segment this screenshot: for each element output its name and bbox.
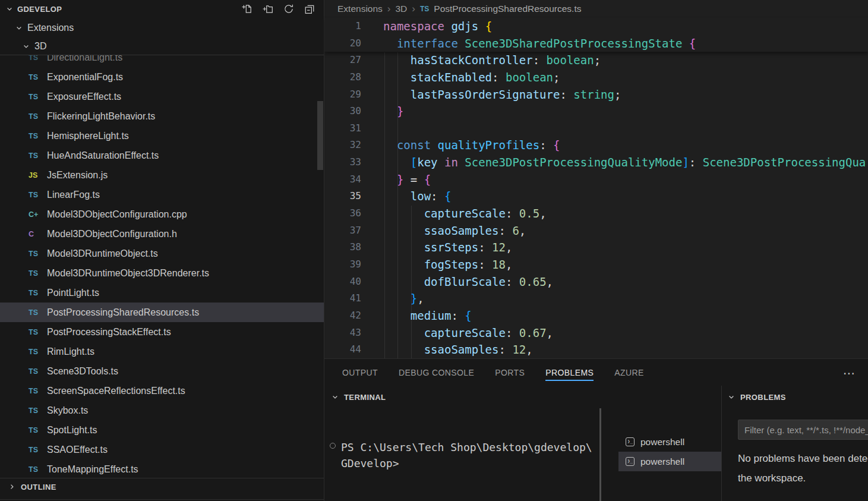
file-row[interactable]: TSSpotLight.ts <box>0 420 324 440</box>
code-text: captureScale: 0.5, <box>383 205 547 222</box>
terminal-tab-label: powershell <box>640 437 684 448</box>
line-number: 31 <box>324 120 361 137</box>
new-file-button[interactable] <box>241 3 253 15</box>
breadcrumb-item-extensions[interactable]: Extensions <box>337 4 383 14</box>
bottom-panel: OUTPUTDEBUG CONSOLEPORTSPROBLEMSAZURE TE… <box>324 358 868 501</box>
file-name: Scene3DTools.ts <box>47 366 118 377</box>
file-name: ScreenSpaceReflectionsEffect.ts <box>47 386 185 396</box>
file-row[interactable]: TSModel3DRuntimeObject.ts <box>0 244 324 263</box>
terminal-tab[interactable]: powershell <box>618 452 721 471</box>
code-line: 37 ssaoSamples: 6, <box>324 222 868 240</box>
file-row[interactable]: JSJsExtension.js <box>0 165 324 185</box>
ts-file-icon: TS <box>29 407 42 415</box>
line-number: 42 <box>324 307 361 324</box>
terminal-scrollbar[interactable] <box>599 408 601 501</box>
file-row[interactable]: CModel3DObjectConfiguration.h <box>0 224 324 244</box>
file-name: Skybox.ts <box>47 405 88 416</box>
code-editor[interactable]: Extensions 3D TS PostProcessingSharedRes… <box>324 0 868 358</box>
code-line: 29 lastPassOrderSignature: string; <box>324 86 868 103</box>
breadcrumb[interactable]: Extensions 3D TS PostProcessingSharedRes… <box>324 0 868 18</box>
line-number: 20 <box>324 35 361 52</box>
file-row[interactable]: C+Model3DObjectConfiguration.cpp <box>0 204 324 224</box>
problems-message-line: No problems have been detected in <box>738 449 868 468</box>
line-number: 35 <box>324 188 361 205</box>
terminal-tab[interactable]: powershell <box>618 432 721 452</box>
file-row[interactable]: TSScene3DTools.ts <box>0 361 324 381</box>
code-area[interactable]: 1namespace gdjs {20 interface Scene3DSha… <box>324 18 868 358</box>
panel-tab-ports[interactable]: PORTS <box>495 360 525 385</box>
file-row[interactable]: TSHemisphereLight.ts <box>0 126 324 146</box>
refresh-button[interactable] <box>283 3 295 15</box>
line-number: 29 <box>324 86 361 103</box>
explorer-sidebar: GDEVELOP Extensions 3D <box>0 0 324 501</box>
problems-filter-input[interactable] <box>738 420 868 440</box>
tree-item-3d[interactable]: 3D <box>0 37 324 55</box>
collapse-all-button[interactable] <box>304 3 315 15</box>
file-row[interactable]: TSSSAOEffect.ts <box>0 440 324 459</box>
new-folder-icon <box>263 4 273 14</box>
file-row[interactable]: TSScreenSpaceReflectionsEffect.ts <box>0 381 324 401</box>
file-name: FlickeringLightBehavior.ts <box>47 111 155 122</box>
file-name: ToneMappingEffect.ts <box>47 464 138 475</box>
breadcrumb-item-3d[interactable]: 3D <box>396 4 408 14</box>
terminal-tab-label: powershell <box>640 456 684 467</box>
code-line: 40 dofBlurScale: 0.65, <box>324 273 868 291</box>
file-name: LinearFog.ts <box>47 190 100 200</box>
code-lines: 27 hasStackController: boolean;28 stackE… <box>324 52 868 358</box>
ts-file-icon: TS <box>29 112 42 121</box>
file-list: TSDirectionalLight.tsTSExponentialFog.ts… <box>0 48 324 479</box>
chevron-down-icon <box>6 5 13 12</box>
new-folder-button[interactable] <box>262 3 274 15</box>
code-line: 31 <box>324 120 868 137</box>
explorer-section-header[interactable]: GDEVELOP <box>0 0 324 18</box>
line-number: 1 <box>324 18 361 35</box>
line-number: 44 <box>324 341 361 358</box>
panel-tab-problems[interactable]: PROBLEMS <box>545 360 594 385</box>
code-text: ssaoSamples: 6, <box>383 222 526 240</box>
panel-tab-output[interactable]: OUTPUT <box>342 360 378 385</box>
file-name: PointLight.ts <box>47 288 99 298</box>
terminal-prompt-line: PS C:\Users\Tech Shop\Desktop\gdevelop\ <box>341 441 592 453</box>
file-row[interactable]: TSHueAndSaturationEffect.ts <box>0 146 324 165</box>
file-name: Model3DObjectConfiguration.cpp <box>47 209 187 220</box>
file-row[interactable]: TSModel3DRuntimeObject3DRenderer.ts <box>0 263 324 283</box>
terminal-section-header[interactable]: TERMINAL <box>324 386 721 408</box>
file-name: RimLight.ts <box>47 346 94 357</box>
file-row[interactable]: TSToneMappingEffect.ts <box>0 459 324 479</box>
chevron-down-icon <box>23 43 30 50</box>
file-row[interactable]: TSPostProcessingStackEffect.ts <box>0 322 324 342</box>
panel-tab-azure[interactable]: AZURE <box>614 360 643 385</box>
breadcrumb-item-file[interactable]: PostProcessingSharedResources.ts <box>434 4 581 14</box>
file-name: JsExtension.js <box>47 170 108 181</box>
panel-tabs: OUTPUTDEBUG CONSOLEPORTSPROBLEMSAZURE <box>324 359 868 386</box>
panel-tab-debug-console[interactable]: DEBUG CONSOLE <box>399 360 474 385</box>
file-row[interactable]: TSExponentialFog.ts <box>0 67 324 87</box>
code-text: [key in Scene3DPostProcessingQualityMode… <box>383 154 866 171</box>
ts-file-icon: TS <box>29 250 42 258</box>
ts-file-icon: TS <box>29 446 42 454</box>
tree-item-extensions[interactable]: Extensions <box>0 18 324 37</box>
ts-file-icon: TS <box>29 93 42 101</box>
file-row[interactable]: TSSkybox.ts <box>0 401 324 420</box>
code-text: interface Scene3DSharedPostProcessingSta… <box>383 35 696 52</box>
terminal-region: TERMINAL PS C:\Users\Tech Shop\Desktop\g… <box>324 386 721 501</box>
code-line: 38 ssrSteps: 12, <box>324 239 868 256</box>
code-line: 20 interface Scene3DSharedPostProcessing… <box>324 35 868 52</box>
file-row[interactable]: TSPostProcessingSharedResources.ts <box>0 303 324 322</box>
file-row[interactable]: TSRimLight.ts <box>0 342 324 361</box>
terminal-prompt-line: GDevelop> <box>341 457 399 470</box>
chevron-right-icon <box>8 483 15 490</box>
file-row[interactable]: TSLinearFog.ts <box>0 185 324 204</box>
ts-file-icon: TS <box>29 465 42 474</box>
file-row[interactable]: TSExposureEffect.ts <box>0 87 324 106</box>
outline-section-header[interactable]: OUTLINE <box>0 478 324 495</box>
terminal-body[interactable]: PS C:\Users\Tech Shop\Desktop\gdevelop\G… <box>324 408 721 501</box>
file-row[interactable]: TSFlickeringLightBehavior.ts <box>0 106 324 126</box>
problems-section-header[interactable]: PROBLEMS <box>722 386 868 408</box>
file-row[interactable]: TSPointLight.ts <box>0 283 324 303</box>
line-number: 28 <box>324 69 361 86</box>
collapse-all-icon <box>304 4 315 14</box>
code-text: } <box>383 103 403 120</box>
more-actions-icon[interactable] <box>843 366 868 380</box>
sidebar-scrollbar[interactable] <box>317 101 323 170</box>
